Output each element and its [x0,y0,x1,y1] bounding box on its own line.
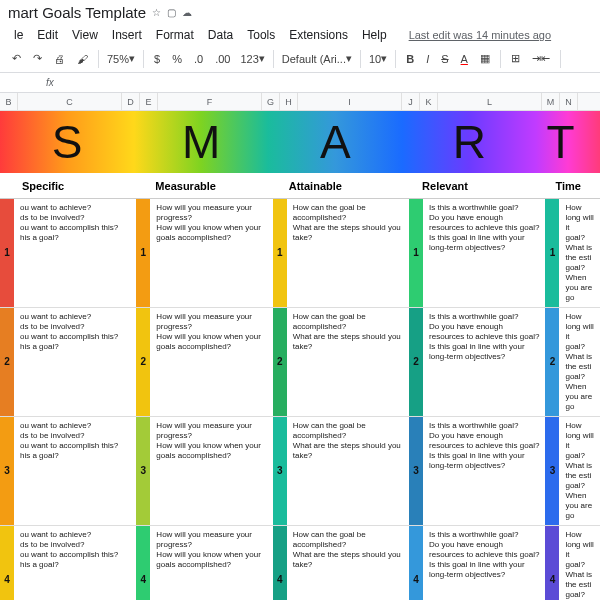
menu-insert[interactable]: Insert [106,25,148,45]
goal-cell-relevant[interactable]: 2Is this a worthwhile goal? Do you have … [409,308,545,416]
menu-view[interactable]: View [66,25,104,45]
percent-button[interactable]: % [168,50,186,68]
col-head[interactable]: B [0,93,18,110]
currency-button[interactable]: $ [150,50,164,68]
goal-text: How long will it goal? What is the esti … [559,308,600,416]
goal-text: How will you measure your progress? How … [150,199,272,307]
menu-bar: le Edit View Insert Format Data Tools Ex… [0,25,600,45]
font-select[interactable]: Default (Ari... ▾ [280,50,354,67]
star-icon[interactable]: ☆ [152,7,161,18]
font-size-select[interactable]: 10 ▾ [367,50,389,67]
goal-cell-time[interactable]: 1How long will it goal? What is the esti… [545,199,600,307]
goal-number: 4 [0,526,14,600]
goal-text: How will you measure your progress? How … [150,417,272,525]
goal-cell-attainable[interactable]: 2How can the goal be accomplished? What … [273,308,409,416]
col-head[interactable]: C [18,93,122,110]
decrease-decimal-button[interactable]: .0 [190,50,207,68]
goal-number: 2 [136,308,150,416]
goal-number: 3 [545,417,559,525]
goal-cell-attainable[interactable]: 4How can the goal be accomplished? What … [273,526,409,600]
goal-text: How long will it goal? What is the esti … [559,526,600,600]
doc-title[interactable]: mart Goals Template [8,4,146,21]
col-head[interactable]: D [122,93,140,110]
bold-button[interactable]: B [402,50,418,68]
header-specific: Specific [0,173,133,198]
col-head[interactable]: E [140,93,158,110]
col-head[interactable]: L [438,93,542,110]
italic-button[interactable]: I [422,50,433,68]
col-head[interactable]: N [560,93,578,110]
goal-text: How will you measure your progress? How … [150,526,272,600]
goal-cell-relevant[interactable]: 1Is this a worthwhile goal? Do you have … [409,199,545,307]
goal-cell-relevant[interactable]: 4Is this a worthwhile goal? Do you have … [409,526,545,600]
redo-icon[interactable]: ↷ [29,49,46,68]
fill-color-button[interactable]: ▦ [476,49,494,68]
goal-cell-specific[interactable]: 3ou want to achieve? ds to be involved? … [0,417,136,525]
col-head[interactable]: K [420,93,438,110]
goal-number: 3 [409,417,423,525]
menu-tools[interactable]: Tools [241,25,281,45]
strikethrough-button[interactable]: S [437,50,452,68]
goal-cell-attainable[interactable]: 1How can the goal be accomplished? What … [273,199,409,307]
goal-cell-measurable[interactable]: 4How will you measure your progress? How… [136,526,272,600]
merge-button[interactable]: ⇥⇤ [528,49,554,68]
col-head[interactable]: F [158,93,262,110]
print-icon[interactable]: 🖨 [50,50,69,68]
goal-cell-time[interactable]: 4How long will it goal? What is the esti… [545,526,600,600]
goal-cell-relevant[interactable]: 3Is this a worthwhile goal? Do you have … [409,417,545,525]
text-color-button[interactable]: A [457,50,472,68]
smart-s: S [0,111,134,173]
goals-grid: 1ou want to achieve? ds to be involved? … [0,199,600,600]
last-edit-link[interactable]: Last edit was 14 minutes ago [403,26,557,44]
goal-cell-measurable[interactable]: 2How will you measure your progress? How… [136,308,272,416]
paint-format-icon[interactable]: 🖌 [73,50,92,68]
goal-text: How can the goal be accomplished? What a… [287,417,409,525]
smart-m: M [134,111,268,173]
col-head[interactable]: J [402,93,420,110]
col-head[interactable]: H [280,93,298,110]
goal-text: How can the goal be accomplished? What a… [287,526,409,600]
zoom-select[interactable]: 75% ▾ [105,50,137,67]
goal-cell-attainable[interactable]: 3How can the goal be accomplished? What … [273,417,409,525]
goal-row: 4ou want to achieve? ds to be involved? … [0,526,600,600]
goal-cell-time[interactable]: 2How long will it goal? What is the esti… [545,308,600,416]
number-format-button[interactable]: 123▾ [238,50,266,67]
header-time: Time [533,173,600,198]
borders-button[interactable]: ⊞ [507,49,524,68]
goal-cell-specific[interactable]: 2ou want to achieve? ds to be involved? … [0,308,136,416]
goal-number: 1 [136,199,150,307]
smart-r: R [402,111,536,173]
col-head[interactable]: G [262,93,280,110]
menu-help[interactable]: Help [356,25,393,45]
menu-file[interactable]: le [8,25,29,45]
menu-edit[interactable]: Edit [31,25,64,45]
col-head[interactable]: M [542,93,560,110]
goal-cell-time[interactable]: 3How long will it goal? What is the esti… [545,417,600,525]
menu-data[interactable]: Data [202,25,239,45]
goal-number: 1 [273,199,287,307]
goal-number: 2 [273,308,287,416]
goal-cell-specific[interactable]: 4ou want to achieve? ds to be involved? … [0,526,136,600]
goal-cell-specific[interactable]: 1ou want to achieve? ds to be involved? … [0,199,136,307]
goal-text: Is this a worthwhile goal? Do you have e… [423,308,545,416]
goal-text: ou want to achieve? ds to be involved? o… [14,417,136,525]
smart-a: A [268,111,402,173]
increase-decimal-button[interactable]: .00 [211,50,234,68]
menu-extensions[interactable]: Extensions [283,25,354,45]
goal-text: Is this a worthwhile goal? Do you have e… [423,526,545,600]
goal-number: 1 [409,199,423,307]
undo-icon[interactable]: ↶ [8,49,25,68]
menu-format[interactable]: Format [150,25,200,45]
move-icon[interactable]: ▢ [167,7,176,18]
goal-number: 2 [545,308,559,416]
goal-text: ou want to achieve? ds to be involved? o… [14,308,136,416]
goal-text: How can the goal be accomplished? What a… [287,199,409,307]
col-head[interactable]: I [298,93,402,110]
goal-cell-measurable[interactable]: 3How will you measure your progress? How… [136,417,272,525]
goal-cell-measurable[interactable]: 1How will you measure your progress? How… [136,199,272,307]
cloud-icon[interactable]: ☁ [182,7,192,18]
smart-t: T [536,111,600,173]
goal-text: How long will it goal? What is the esti … [559,199,600,307]
goal-row: 3ou want to achieve? ds to be involved? … [0,417,600,526]
goal-number: 1 [545,199,559,307]
